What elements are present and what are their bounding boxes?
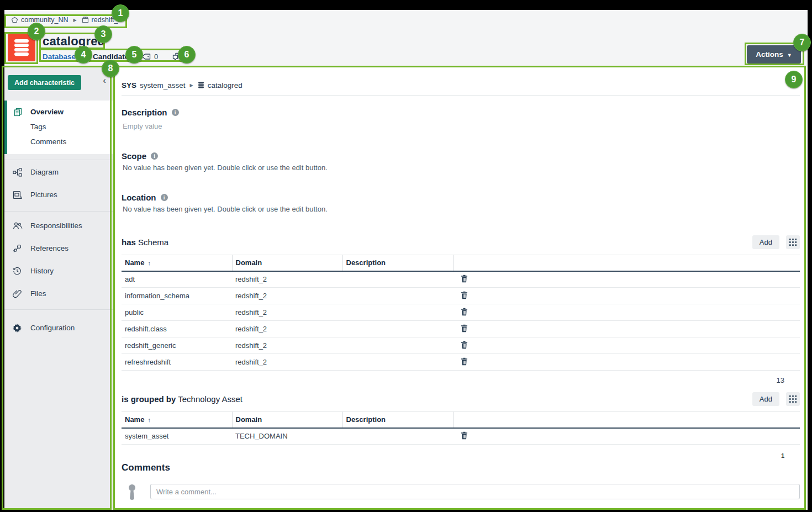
sidebar-item-references[interactable]: References [4,237,114,260]
breadcrumb-domain[interactable]: redshift_2 [82,16,122,24]
people-icon [13,221,23,230]
column-header-description[interactable]: Description [342,255,453,271]
location-value[interactable]: No value has been given yet. Double clic… [122,205,800,213]
column-header-name[interactable]: Name↑ [122,412,232,428]
schema-name[interactable]: adt [122,271,232,288]
description-value[interactable]: Empty value [122,122,800,130]
tag-count[interactable]: 0 [141,52,158,61]
column-header-description[interactable]: Description [342,412,453,428]
schema-name[interactable]: redshift_generic [122,337,232,354]
asset-status[interactable]: Candidate [93,52,141,61]
table-options-grid-icon[interactable] [786,235,800,249]
trash-icon[interactable] [456,431,468,440]
grouped-by-table: Name↑ Domain Description system_asset TE… [122,411,800,445]
comment-composer [122,483,800,500]
has-schema-table: Name↑ Domain Description adt redshift_2 [122,255,800,371]
chevron-down-icon: ▼ [787,52,792,58]
schema-name[interactable]: redshift.class [122,321,232,337]
column-header-domain[interactable]: Domain [232,255,342,271]
sidebar-group-config: Configuration [4,316,114,339]
asset-type-link[interactable]: Database [43,52,93,61]
sidebar-item-diagram[interactable]: Diagram [4,161,114,183]
schema-total-count: 13 [122,371,800,384]
sidebar-item-label: Pictures [30,191,57,199]
asset-parent-link[interactable]: system_asset [140,81,186,89]
sidebar-item-files[interactable]: Files [4,282,114,305]
trash-icon[interactable] [456,341,468,349]
column-header-domain[interactable]: Domain [232,412,342,428]
main-panel: SYS system_asset ▶ catalogred Descriptio… [114,67,808,510]
sidebar-item-label: History [30,267,54,275]
relation-title-bold: has [122,237,136,247]
schema-name[interactable]: public [122,304,232,321]
trash-icon[interactable] [456,291,468,299]
schema-name[interactable]: refreshredshift [122,354,232,371]
schema-description [342,288,453,304]
comments-section-title: Comments [122,462,800,473]
has-schema-header: has Schema Add [122,235,800,249]
relation-title-rest: Schema [138,237,168,247]
schema-description [342,337,453,354]
location-heading: Location [122,193,800,202]
schema-domain: redshift_2 [232,321,342,337]
info-icon [151,152,158,160]
sidebar-item-tags[interactable]: Tags [4,119,114,134]
sidebar-item-pictures[interactable]: Pictures [4,183,114,206]
add-schema-button[interactable]: Add [752,235,779,249]
trash-icon[interactable] [456,324,468,332]
add-characteristic-button[interactable]: Add characteristic [8,75,81,90]
trash-icon[interactable] [456,357,468,366]
column-header-name[interactable]: Name↑ [122,255,232,271]
schema-domain: redshift_2 [232,271,342,288]
table-options-grid-icon[interactable] [786,392,800,406]
schema-name[interactable]: information_schema [122,288,232,304]
diagram-icon [13,168,22,177]
section-divider [122,95,800,96]
pictures-icon [13,191,22,199]
table-row: public redshift_2 [122,304,800,321]
grouped-by-header: is grouped by Technology Asset Add [122,392,800,406]
sidebar-group-views: Diagram Pictures [4,161,114,206]
scope-heading-label: Scope [122,151,146,161]
info-icon [161,194,168,201]
asset-current-label: catalogred [208,81,242,89]
schema-domain: redshift_2 [232,304,342,321]
sidebar-divider [4,309,114,310]
sidebar-item-comments[interactable]: Comments [4,134,114,149]
comment-input[interactable] [150,484,800,499]
table-row: adt redshift_2 [122,271,800,288]
sidebar-item-overview[interactable]: Overview [4,104,114,119]
breadcrumb-community[interactable]: community_NN [11,16,68,24]
add-grouped-by-button[interactable]: Add [752,392,779,406]
group-name[interactable]: system_asset [122,428,232,445]
table-row: redshift_generic redshift_2 [122,337,800,354]
sidebar-divider [4,211,114,212]
sidebar-item-responsibilities[interactable]: Responsibilities [4,214,114,237]
relation-title-bold: is grouped by [122,394,176,404]
breadcrumb: community_NN ▶ redshift_2 [11,16,122,24]
gear-icon [13,324,22,332]
scope-value[interactable]: No value has been given yet. Double clic… [122,163,800,172]
asset-meta-row: Database Candidate 0 0 [43,52,204,61]
actions-button[interactable]: Actions ▼ [747,45,801,64]
tag-count-value: 0 [154,52,158,61]
asset-path-breadcrumb: SYS system_asset ▶ catalogred [122,67,800,91]
sidebar-item-configuration[interactable]: Configuration [4,316,114,339]
relation-title-rest: Technology Asset [178,394,242,404]
schema-description [342,304,453,321]
column-header-actions [453,255,800,271]
avatar [125,483,139,500]
trash-icon[interactable] [456,308,468,316]
references-link-icon [13,244,22,253]
comment-count[interactable]: 0 [172,52,189,61]
sidebar-group-details: Responsibilities References History [4,214,114,305]
sidebar-item-history[interactable]: History [4,260,114,282]
sidebar-item-label: Overview [30,108,64,116]
mini-database-icon [198,82,204,88]
trash-icon[interactable] [456,275,468,283]
table-row: information_schema redshift_2 [122,288,800,304]
sidebar-collapse-icon[interactable]: ‹ [103,76,106,85]
database-icon [13,39,30,56]
schema-domain: redshift_2 [232,354,342,371]
column-header-actions [453,412,800,428]
